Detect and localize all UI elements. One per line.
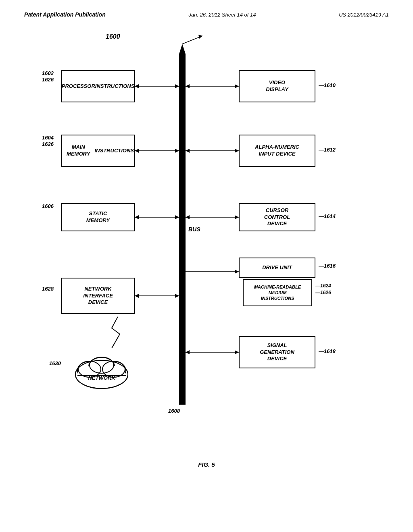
svg-marker-31 <box>235 350 239 354</box>
svg-marker-5 <box>198 35 202 39</box>
box-main-memory: MAIN MEMORYINSTRUCTIONS <box>61 135 135 167</box>
svg-marker-17 <box>135 294 139 298</box>
box-drive-unit: DRIVE UNIT <box>239 258 315 278</box>
header: Patent Application Publication Jan. 26, … <box>0 0 413 18</box>
label-1630: 1630 <box>49 360 61 366</box>
svg-marker-20 <box>235 84 239 88</box>
label-1604: 1604 <box>42 135 54 141</box>
svg-marker-25 <box>186 215 190 219</box>
svg-marker-16 <box>175 294 179 298</box>
svg-marker-11 <box>135 149 139 153</box>
svg-rect-0 <box>179 54 186 405</box>
label-1626c: —1626 <box>315 290 331 295</box>
svg-marker-14 <box>135 215 139 219</box>
label-1626a: 1626 <box>42 77 54 83</box>
label-1610: —1610 <box>319 82 336 88</box>
svg-marker-8 <box>135 84 139 88</box>
label-1600: 1600 <box>106 33 120 40</box>
box-network-interface: NETWORKINTERFACEDEVICE <box>61 278 135 314</box>
header-publication: Patent Application Publication <box>24 11 106 18</box>
label-1606: 1606 <box>42 203 54 209</box>
cloud-network: NETWORK <box>69 348 134 394</box>
box-alpha-numeric: ALPHA-NUMERICINPUT DEVICE <box>239 135 315 167</box>
header-patent-num: US 2012/0023419 A1 <box>339 12 389 18</box>
svg-text:NETWORK: NETWORK <box>88 375 116 381</box>
svg-marker-23 <box>235 149 239 153</box>
svg-marker-1 <box>179 44 186 54</box>
svg-marker-7 <box>175 84 179 88</box>
box-static-memory: STATICMEMORY <box>61 203 135 231</box>
svg-marker-26 <box>235 215 239 219</box>
label-1628: 1628 <box>42 286 54 292</box>
box-processor: PROCESSORINSTRUCTIONS <box>61 70 135 102</box>
label-1612: —1612 <box>319 147 336 153</box>
box-cursor-control: CURSORCONTROLDEVICE <box>239 203 315 231</box>
svg-marker-28 <box>235 270 239 274</box>
svg-marker-19 <box>186 84 190 88</box>
svg-marker-33 <box>179 399 185 405</box>
label-1602: 1602 <box>42 70 54 76</box>
label-1616: —1616 <box>319 263 336 269</box>
box-signal-generation: SIGNALGENERATIONDEVICE <box>239 336 315 368</box>
diagram: BUS 1608 <box>25 30 388 457</box>
figure-caption: FIG. 5 <box>0 461 413 468</box>
svg-marker-13 <box>175 215 179 219</box>
label-1626b: 1626 <box>42 141 54 147</box>
box-machine-readable: MACHINE-READABLEMEDIUMINSTRUCTIONS <box>243 279 312 306</box>
label-1618: —1618 <box>319 348 336 354</box>
box-video-display: VIDEODISPLAY <box>239 70 315 102</box>
label-1624: —1624 <box>315 283 331 289</box>
label-1614: —1614 <box>319 213 336 219</box>
svg-text:BUS: BUS <box>188 226 200 233</box>
page: Patent Application Publication Jan. 26, … <box>0 0 413 532</box>
svg-line-4 <box>182 36 202 44</box>
svg-marker-30 <box>186 350 190 354</box>
svg-marker-10 <box>175 149 179 153</box>
svg-text:1608: 1608 <box>168 408 180 414</box>
header-date-sheet: Jan. 26, 2012 Sheet 14 of 14 <box>188 12 256 18</box>
svg-marker-22 <box>186 149 190 153</box>
